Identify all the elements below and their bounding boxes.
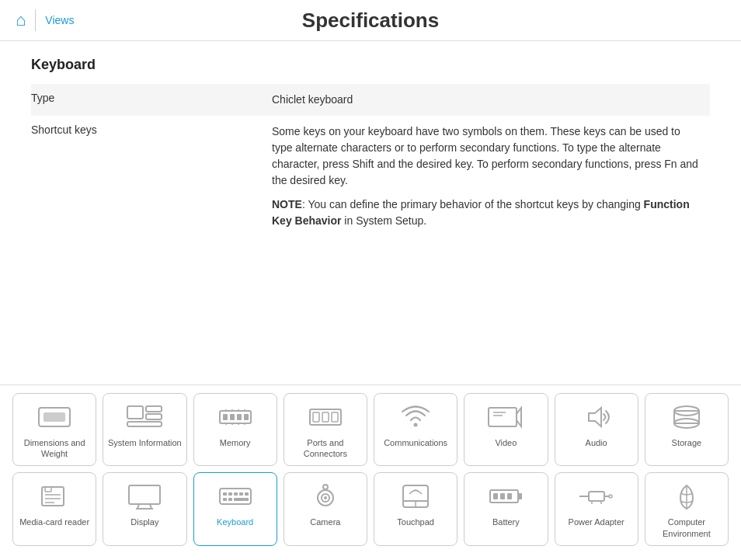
power-adapter-label: Power Adapter (569, 517, 624, 527)
svg-rect-9 (237, 414, 242, 420)
svg-rect-37 (129, 485, 160, 504)
audio-icon (576, 400, 618, 434)
display-icon (124, 479, 165, 513)
nav-item-ports[interactable]: Ports and Connectors (284, 393, 367, 467)
nav-item-memory[interactable]: Memory (193, 393, 277, 467)
nav-item-camera[interactable]: Camera (284, 472, 367, 546)
svg-point-23 (414, 423, 418, 426)
camera-label: Camera (310, 517, 340, 527)
header-divider (35, 9, 36, 31)
nav-item-system-info[interactable]: System Information (103, 393, 186, 467)
storage-icon (666, 400, 708, 434)
nav-item-video[interactable]: Video (464, 393, 548, 467)
nav-row-1: Dimensions and Weight System Information (12, 393, 729, 467)
dimensions-label: Dimensions and Weight (16, 437, 92, 460)
svg-rect-8 (230, 414, 235, 420)
video-label: Video (495, 437, 517, 448)
spec-label-shortcut: Shortcut keys (31, 116, 264, 237)
home-icon[interactable]: ⌂ (16, 10, 26, 30)
power-adapter-icon (576, 479, 618, 513)
nav-item-audio[interactable]: Audio (555, 393, 638, 467)
nav-item-touchpad[interactable]: Touchpad (374, 472, 457, 546)
nav-row-2: Media-card reader Display (12, 472, 729, 546)
touchpad-icon (395, 479, 437, 513)
svg-rect-59 (518, 493, 522, 499)
views-link[interactable]: Views (45, 14, 74, 26)
memory-label: Memory (220, 437, 251, 448)
svg-rect-5 (127, 422, 162, 426)
spec-label-type: Type (31, 84, 264, 116)
storage-label: Storage (672, 437, 702, 448)
spec-value-type: Chiclet keyboard (264, 84, 710, 116)
header: ⌂ Views Specifications (0, 0, 741, 41)
video-icon (485, 400, 527, 434)
svg-rect-3 (146, 406, 162, 412)
svg-point-66 (609, 495, 612, 498)
svg-rect-19 (310, 409, 341, 425)
nav-item-keyboard[interactable]: Keyboard (193, 472, 277, 546)
keyboard-nav-label: Keyboard (217, 517, 253, 527)
svg-rect-24 (489, 408, 517, 426)
nav-item-dimensions[interactable]: Dimensions and Weight (12, 393, 96, 467)
svg-marker-28 (589, 408, 601, 426)
system-info-icon (124, 400, 165, 434)
media-card-label: Media-card reader (19, 517, 89, 527)
svg-rect-21 (322, 412, 329, 422)
svg-rect-41 (220, 489, 251, 504)
computer-env-icon (666, 479, 708, 513)
nav-item-power-adapter[interactable]: Power Adapter (555, 472, 638, 546)
svg-rect-49 (234, 498, 245, 501)
memory-icon (214, 400, 256, 434)
content-area: Keyboard Type Chiclet keyboard Shortcut … (0, 41, 741, 252)
svg-rect-30 (674, 411, 699, 423)
dimensions-icon (33, 400, 75, 434)
svg-rect-50 (245, 498, 249, 501)
touchpad-label: Touchpad (397, 517, 434, 527)
svg-point-53 (324, 496, 327, 499)
svg-rect-44 (234, 492, 238, 496)
svg-rect-61 (500, 493, 505, 499)
svg-rect-20 (313, 412, 319, 422)
keyboard-icon (214, 479, 256, 513)
svg-rect-10 (244, 414, 249, 420)
spec-row-type: Type Chiclet keyboard (31, 84, 710, 116)
svg-rect-2 (127, 406, 143, 419)
battery-icon (485, 479, 527, 513)
shortcut-note: NOTE: You can define the primary behavio… (272, 197, 702, 229)
camera-icon (304, 479, 346, 513)
communications-icon (395, 400, 437, 434)
svg-rect-60 (493, 493, 498, 499)
svg-rect-47 (223, 498, 227, 501)
svg-rect-22 (332, 412, 338, 422)
note-text: : You can define the primary behavior of… (302, 198, 644, 210)
ports-label: Ports and Connectors (287, 437, 364, 460)
communications-label: Communications (384, 437, 447, 448)
nav-item-storage[interactable]: Storage (645, 393, 729, 467)
spec-value-shortcut: Some keys on your keyboard have two symb… (264, 116, 710, 237)
svg-rect-42 (223, 492, 227, 496)
note-label: NOTE (272, 198, 302, 210)
svg-rect-43 (228, 492, 232, 496)
bottom-nav: Dimensions and Weight System Information (0, 384, 741, 560)
svg-rect-1 (43, 412, 65, 422)
svg-rect-4 (146, 414, 162, 419)
computer-env-label: Computer Environment (649, 517, 725, 539)
note-suffix: in System Setup. (341, 214, 426, 227)
ports-icon (304, 400, 346, 434)
keyboard-section-title: Keyboard (31, 57, 710, 73)
nav-item-computer-env[interactable]: Computer Environment (645, 472, 729, 546)
nav-item-media-card[interactable]: Media-card reader (12, 472, 96, 546)
system-info-label: System Information (108, 437, 182, 448)
svg-rect-63 (589, 492, 604, 501)
page-title: Specifications (302, 9, 439, 33)
svg-rect-46 (245, 492, 249, 496)
battery-label: Battery (492, 517, 520, 527)
media-card-icon (33, 479, 75, 513)
nav-item-display[interactable]: Display (103, 472, 186, 546)
svg-rect-62 (507, 493, 512, 499)
audio-label: Audio (586, 437, 607, 448)
svg-rect-45 (239, 492, 243, 496)
nav-item-battery[interactable]: Battery (464, 472, 548, 546)
nav-item-communications[interactable]: Communications (374, 393, 457, 467)
svg-rect-48 (228, 498, 232, 501)
